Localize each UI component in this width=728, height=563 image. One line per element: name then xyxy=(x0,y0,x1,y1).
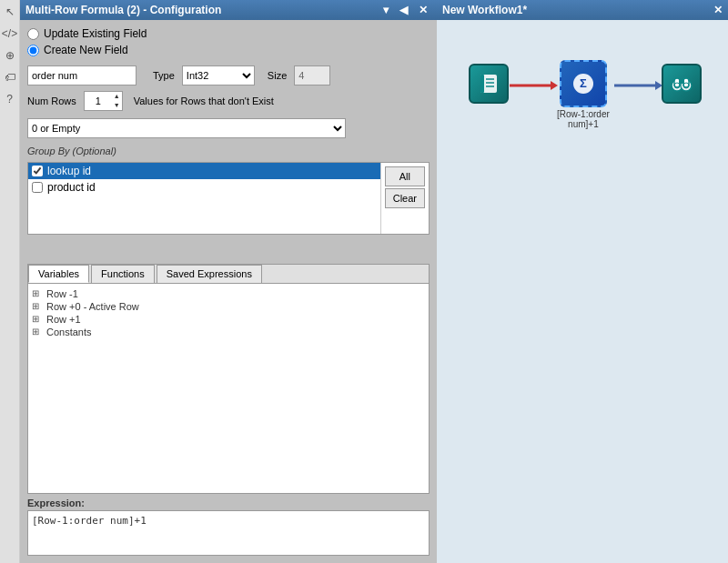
var-row-plus1[interactable]: ⊞ Row +1 xyxy=(32,313,425,326)
multirow-label: [Row-1:ordernum]+1 xyxy=(557,109,610,129)
clear-button[interactable]: Clear xyxy=(385,188,425,208)
var-label-minus1: Row -1 xyxy=(46,288,78,299)
radio-group: Update Existing Field Create New Field xyxy=(27,27,430,56)
group-by-item-lookup[interactable]: lookup id xyxy=(28,163,380,179)
node-input[interactable] xyxy=(469,64,509,104)
expression-box[interactable]: [Row-1:order num]+1 xyxy=(27,510,430,556)
type-label: Type xyxy=(153,70,175,81)
values-select[interactable]: 0 or Empty xyxy=(27,118,346,138)
book-svg xyxy=(477,72,500,96)
expression-section: Expression: [Row-1:order num]+1 xyxy=(27,498,430,556)
num-rows-input[interactable] xyxy=(85,94,112,108)
panel-content: Update Existing Field Create New Field T… xyxy=(20,20,437,264)
expand-icon-constants: ⊞ xyxy=(32,327,43,337)
var-label-active: Row +0 - Active Row xyxy=(46,301,139,312)
pin-button[interactable]: ▾ xyxy=(379,4,392,16)
cursor-icon[interactable]: ↖ xyxy=(2,4,18,20)
globe-icon[interactable]: ⊕ xyxy=(2,47,18,64)
var-row-active[interactable]: ⊞ Row +0 - Active Row xyxy=(32,300,425,313)
node-browse[interactable] xyxy=(662,64,702,104)
right-content: Σ [Row-1:ordernum]+1 xyxy=(437,20,728,563)
right-title-bar: New Workflow1* ✕ xyxy=(437,0,728,20)
var-label-constants: Constants xyxy=(46,327,92,337)
svg-text:Σ: Σ xyxy=(580,76,587,90)
spinner-down[interactable]: ▼ xyxy=(112,101,122,110)
multirow-svg: Σ xyxy=(570,70,597,97)
spinner-up[interactable]: ▲ xyxy=(112,92,122,101)
browse-icon xyxy=(662,64,702,104)
group-by-section: lookup id product id All Clear xyxy=(27,162,430,235)
title-buttons: ▾ ◀ ✕ xyxy=(379,4,431,16)
tab-variables[interactable]: Variables xyxy=(28,265,89,283)
expand-icon-minus1: ⊞ xyxy=(32,288,43,298)
close-button[interactable]: ✕ xyxy=(415,4,431,16)
values-select-row: 0 or Empty xyxy=(27,118,430,138)
expand-icon-active: ⊞ xyxy=(32,301,43,311)
size-label: Size xyxy=(268,70,287,81)
svg-rect-15 xyxy=(679,80,684,84)
num-rows-label: Num Rows xyxy=(27,96,76,106)
create-new-radio-item[interactable]: Create New Field xyxy=(27,44,430,56)
left-panel-container: ↖ </> ⊕ 🏷 ? Multi-Row Formula (2) - Conf… xyxy=(0,0,437,563)
svg-rect-5 xyxy=(480,75,484,93)
right-panel: New Workflow1* ✕ xyxy=(437,0,728,563)
var-constants[interactable]: ⊞ Constants xyxy=(32,326,425,338)
update-existing-radio[interactable] xyxy=(27,28,39,40)
help-icon[interactable]: ? xyxy=(2,91,18,107)
left-sidebar: ↖ </> ⊕ 🏷 ? xyxy=(0,0,20,563)
group-by-label: Group By (Optional) xyxy=(27,146,430,156)
group-by-lookup-checkbox[interactable] xyxy=(32,166,43,176)
group-by-buttons: All Clear xyxy=(380,163,429,234)
tab-saved-expressions[interactable]: Saved Expressions xyxy=(157,265,262,283)
tab-functions[interactable]: Functions xyxy=(91,265,155,283)
group-by-product-checkbox[interactable] xyxy=(32,182,43,193)
var-label-plus1: Row +1 xyxy=(46,314,81,325)
code-icon[interactable]: </> xyxy=(2,25,18,42)
num-rows-row: Num Rows ▲ ▼ Values for Rows that don't … xyxy=(27,91,430,111)
browse-svg xyxy=(669,71,694,96)
group-by-lookup-label: lookup id xyxy=(47,165,91,177)
panel-title: Multi-Row Formula (2) - Configuration xyxy=(25,4,221,16)
type-select[interactable]: Int32 xyxy=(182,65,255,85)
field-row: Type Int32 Size xyxy=(27,65,430,85)
node-multirow[interactable]: Σ [Row-1:ordernum]+1 xyxy=(557,60,610,129)
tag-icon[interactable]: 🏷 xyxy=(2,69,18,85)
group-by-list: lookup id product id xyxy=(28,163,380,234)
variables-list: ⊞ Row -1 ⊞ Row +0 - Active Row ⊞ Row +1 … xyxy=(28,284,429,494)
all-button[interactable]: All xyxy=(385,166,425,186)
spinner-arrows: ▲ ▼ xyxy=(112,92,122,110)
update-existing-radio-item[interactable]: Update Existing Field xyxy=(27,27,430,40)
multirow-icon: Σ xyxy=(560,60,607,107)
workflow-close[interactable]: ✕ xyxy=(713,4,723,16)
variables-section: Variables Functions Saved Expressions ⊞ … xyxy=(27,264,430,495)
expand-icon-plus1: ⊞ xyxy=(32,314,43,324)
group-by-product-label: product id xyxy=(47,181,96,194)
num-rows-spinner[interactable]: ▲ ▼ xyxy=(84,91,123,111)
input-icon xyxy=(469,64,509,104)
dock-button[interactable]: ◀ xyxy=(396,4,411,16)
update-existing-label: Update Existing Field xyxy=(44,27,147,40)
workflow-title: New Workflow1* xyxy=(442,4,527,16)
main-panel: Multi-Row Formula (2) - Configuration ▾ … xyxy=(20,0,437,563)
expression-label: Expression: xyxy=(27,498,430,508)
var-row-minus1[interactable]: ⊞ Row -1 xyxy=(32,287,425,300)
create-new-label: Create New Field xyxy=(44,44,128,56)
field-name-input[interactable] xyxy=(27,65,136,85)
panel-title-bar: Multi-Row Formula (2) - Configuration ▾ … xyxy=(20,0,437,20)
values-label: Values for Rows that don't Exist xyxy=(134,96,274,106)
group-by-item-product[interactable]: product id xyxy=(28,179,380,196)
tabs-row: Variables Functions Saved Expressions xyxy=(28,265,429,284)
workflow-area: Σ [Row-1:ordernum]+1 xyxy=(455,38,710,545)
size-input xyxy=(294,65,330,85)
create-new-radio[interactable] xyxy=(27,45,39,56)
